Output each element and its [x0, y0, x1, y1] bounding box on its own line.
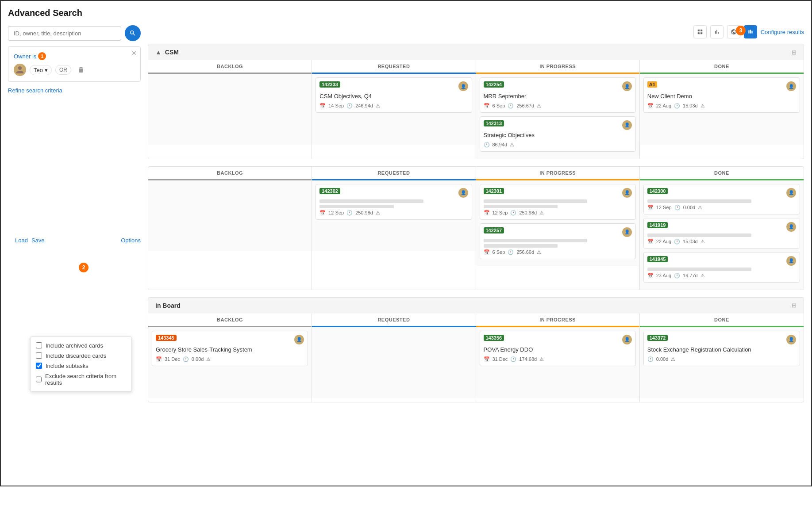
card-142333[interactable]: 142333 👤 CSM Objectives, Q4 📅14 Sep 🕐246… — [316, 77, 472, 113]
card-id: 142333 — [319, 81, 340, 88]
board-3: in Board ⊞ BACKLOG 143345 👤 — [148, 297, 804, 402]
card-id: 142302 — [319, 188, 340, 194]
card-142257[interactable]: 142257 👤 📅6 Sep 🕐256.66d ⚠ — [480, 223, 636, 259]
card-142300[interactable]: 142300 👤 📅12 Sep 🕐0.00d ⚠ — [643, 184, 800, 214]
col-backlog-header-3: BACKLOG — [148, 314, 312, 327]
card-avatar: 👤 — [294, 335, 304, 344]
col-done-body-2: 142300 👤 📅12 Sep 🕐0.00d ⚠ — [640, 180, 804, 290]
card-meta: 📅31 Dec 🕐174.68d ⚠ — [484, 356, 632, 362]
card-141919[interactable]: 141919 👤 📅22 Aug 🕐15.03d ⚠ — [643, 218, 800, 249]
card-avatar: 👤 — [622, 335, 632, 344]
card-title: POVA Energy DDO — [484, 346, 632, 354]
external-link-icon[interactable]: ⊞ — [792, 49, 797, 56]
page-title: Advanced Search — [8, 8, 804, 18]
col-requested-header-2: REQUESTED — [312, 167, 475, 180]
blurred-title — [647, 199, 751, 203]
card-avatar: 👤 — [622, 227, 632, 237]
col-backlog-header-2: BACKLOG — [148, 167, 312, 180]
card-title: Strategic Objectives — [484, 132, 632, 139]
card-meta: 📅22 Aug 🕐15.03d ⚠ — [647, 239, 796, 245]
option-archived-checkbox[interactable] — [36, 342, 42, 348]
col-requested-header-1: REQUESTED — [312, 60, 475, 74]
card-title: New Client Demo — [647, 93, 796, 100]
card-id: 143356 — [484, 335, 504, 341]
board-csm-title: ▲ CSM — [155, 49, 179, 56]
card-title: CSM Objectives, Q4 — [319, 93, 468, 100]
card-meta: 📅12 Sep 🕐250.98d ⚠ — [319, 210, 468, 216]
content-area: Configure results 3 ▲ CSM ⊞ BACKLOG — [148, 25, 804, 409]
search-input[interactable] — [8, 26, 121, 41]
option-discarded-checkbox[interactable] — [36, 352, 42, 359]
card-143356[interactable]: 143356 👤 POVA Energy DDO 📅31 Dec 🕐174.68… — [480, 331, 636, 366]
external-link-icon-3[interactable]: ⊞ — [792, 302, 797, 309]
board-csm-columns: BACKLOG REQUESTED 142333 👤 — [148, 60, 804, 159]
options-link[interactable]: Options — [121, 237, 141, 244]
card-avatar: 👤 — [786, 81, 796, 91]
blurred-title2 — [319, 205, 394, 208]
col-inprogress-header-2: IN PROGRESS — [476, 167, 639, 180]
option-archived: Include archived cards — [36, 342, 126, 349]
card-meta: 📅14 Sep 🕐246.94d ⚠ — [319, 103, 468, 109]
card-id: 142257 — [484, 227, 504, 233]
avatar — [14, 64, 26, 76]
filter-close-button[interactable]: ✕ — [131, 50, 137, 57]
load-button[interactable]: Load — [15, 237, 28, 244]
blurred-title — [484, 239, 588, 242]
board-view-button[interactable] — [744, 25, 757, 38]
card-title: MRR September — [484, 93, 632, 100]
card-141945[interactable]: 141945 👤 📅23 Aug 🕐19.77d ⚠ — [643, 252, 800, 283]
option-subtasks-checkbox[interactable] — [36, 363, 42, 369]
col-requested-1: REQUESTED 142333 👤 CSM Objectives, Q4 📅1… — [312, 60, 476, 159]
search-bar — [8, 25, 141, 41]
table-view-button[interactable] — [693, 25, 707, 38]
expand-icon[interactable]: ▲ — [155, 49, 162, 56]
card-142313-done[interactable]: A1 👤 New Client Demo 📅22 Aug 🕐15.03d ⚠ — [643, 77, 800, 113]
col-done-2: DONE 142300 👤 📅12 Sep 🕐0.00d — [640, 167, 804, 290]
card-143372[interactable]: 143372 👤 Stock Exchange Registration Cal… — [643, 331, 800, 366]
option-exclude: Exclude search criteria from results — [36, 373, 126, 386]
card-meta: 📅12 Sep 🕐250.98d ⚠ — [484, 210, 632, 216]
card-avatar: 👤 — [786, 222, 796, 232]
card-meta: 📅23 Aug 🕐19.77d ⚠ — [647, 273, 796, 279]
card-id: 141919 — [647, 222, 668, 228]
card-meta: 📅6 Sep 🕐256.66d ⚠ — [484, 249, 632, 255]
card-meta: 🕐86.94d ⚠ — [484, 142, 632, 148]
or-button[interactable]: OR — [55, 65, 71, 75]
refine-link[interactable]: Refine search criteria — [8, 87, 62, 94]
option-subtasks: Include subtasks — [36, 363, 126, 369]
card-id: 142254 — [484, 81, 504, 88]
col-done-1: DONE A1 👤 New Client Demo — [640, 60, 804, 159]
card-meta: 📅12 Sep 🕐0.00d ⚠ — [647, 205, 796, 210]
card-avatar: 👤 — [622, 120, 632, 130]
card-142302[interactable]: 142302 👤 📅12 Sep 🕐250.98d ⚠ — [316, 184, 472, 220]
card-142301[interactable]: 142301 👤 📅12 Sep 🕐250.98d ⚠ — [480, 184, 636, 220]
col-inprogress-2: IN PROGRESS 142301 👤 📅12 Sep — [476, 167, 640, 290]
user-select[interactable]: Teo ▾ — [30, 65, 52, 75]
search-button[interactable] — [125, 25, 141, 41]
card-avatar: 👤 — [458, 188, 468, 198]
card-142254[interactable]: 142254 👤 MRR September 📅6 Sep 🕐256.67d ⚠ — [480, 77, 636, 113]
board-3-header: in Board ⊞ — [148, 298, 804, 314]
delete-filter-button[interactable] — [75, 64, 87, 76]
blurred-title — [484, 199, 588, 203]
col-inprogress-header-1: IN PROGRESS — [476, 60, 639, 74]
col-requested-body-3 — [312, 327, 475, 398]
card-meta: 📅22 Aug 🕐15.03d ⚠ — [647, 103, 796, 109]
col-done-header-1: DONE — [640, 60, 804, 74]
card-142313[interactable]: 142313 👤 Strategic Objectives 🕐86.94d ⚠ — [480, 116, 636, 152]
bar-view-button[interactable] — [710, 25, 723, 38]
option-exclude-checkbox[interactable] — [36, 376, 42, 383]
col-backlog-3: BACKLOG 143345 👤 Grocery Store Sales-Tra… — [148, 314, 312, 402]
filter-badge: 1 — [38, 52, 46, 60]
col-requested-3: REQUESTED — [312, 314, 476, 402]
blurred-title — [319, 199, 423, 203]
save-button[interactable]: Save — [31, 237, 45, 244]
content-toolbar: Configure results — [148, 25, 804, 38]
badge-2: 2 — [79, 263, 89, 272]
configure-results-link[interactable]: Configure results — [761, 29, 804, 35]
card-meta: 🕐0.00d ⚠ — [647, 356, 796, 362]
col-inprogress-header-3: IN PROGRESS — [476, 314, 639, 327]
card-143345[interactable]: 143345 👤 Grocery Store Sales-Tracking Sy… — [152, 331, 308, 366]
options-dropdown: Include archived cards Include discarded… — [30, 337, 132, 392]
col-done-body-1: A1 👤 New Client Demo 📅22 Aug 🕐15.03d ⚠ — [640, 74, 804, 145]
